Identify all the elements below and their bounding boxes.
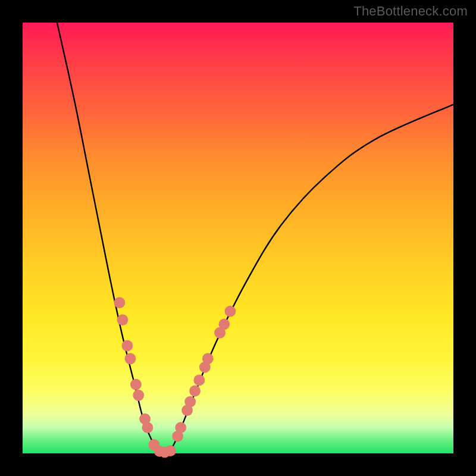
data-marker bbox=[202, 353, 214, 364]
data-marker bbox=[225, 306, 236, 317]
watermark-text: TheBottleneck.com bbox=[353, 4, 468, 19]
data-marker bbox=[114, 297, 125, 308]
data-marker bbox=[218, 318, 230, 330]
data-marker bbox=[125, 353, 136, 364]
data-marker bbox=[142, 422, 154, 433]
data-marker bbox=[130, 379, 142, 390]
data-marker bbox=[193, 375, 205, 386]
data-marker bbox=[165, 445, 176, 456]
data-marker bbox=[122, 340, 133, 352]
data-marker bbox=[117, 314, 129, 325]
plot-area bbox=[23, 23, 453, 453]
chart-stage: TheBottleneck.com bbox=[0, 0, 476, 476]
data-marker bbox=[184, 396, 196, 408]
data-marker bbox=[189, 386, 201, 397]
chart-svg bbox=[23, 23, 453, 453]
data-marker bbox=[175, 422, 186, 433]
curve-right-leg bbox=[169, 105, 453, 453]
data-marker bbox=[133, 390, 144, 401]
curve-left-leg bbox=[57, 23, 161, 453]
